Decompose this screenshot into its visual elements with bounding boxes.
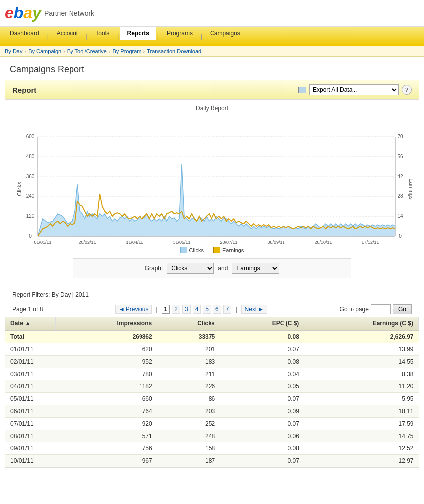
logo-e: e (5, 4, 14, 22)
subnav-transdownload[interactable]: Transaction Download (147, 48, 201, 54)
col-date[interactable]: Date ▲ (5, 317, 55, 330)
logo-y: y (32, 4, 41, 22)
graph-select-1[interactable]: Clicks Impressions Earnings EPC (167, 263, 214, 274)
cell-impressions: 967 (55, 455, 157, 467)
chart-container: Daily Report 0 120 240 360 480 600 Click… (5, 100, 419, 288)
table-body: Total 269862 33375 0.08 2,626.97 01/01/1… (5, 330, 419, 467)
cell-date: 03/01/11 (5, 368, 55, 380)
page-sep-2: | (235, 306, 237, 313)
nav-item-reports[interactable]: Reports (120, 27, 156, 46)
cell-earnings: 14.55 (304, 356, 419, 368)
cell-clicks: 187 (157, 455, 220, 467)
nav-sep-3: | (116, 27, 120, 46)
total-row: Total 269862 33375 0.08 2,626.97 (5, 330, 419, 343)
page-info: Page 1 of 8 (12, 306, 43, 313)
col-impressions[interactable]: Impressions (55, 317, 157, 330)
svg-text:240: 240 (26, 193, 35, 199)
cell-earnings: 5.95 (304, 393, 419, 405)
page-6[interactable]: 6 (213, 305, 221, 314)
svg-text:Earnings: Earnings (408, 178, 413, 200)
cell-clicks: 158 (157, 442, 220, 455)
graph-selector: Graph: Clicks Impressions Earnings EPC a… (73, 258, 351, 278)
logo-a: a (23, 4, 32, 22)
filters-text: Report Filters: By Day | 2011 (12, 291, 89, 298)
next-icon: ► (258, 306, 264, 313)
legend-clicks-label: Clicks (189, 247, 204, 253)
total-clicks: 33375 (157, 330, 220, 343)
sub-sep-3: › (109, 48, 111, 54)
cell-clicks: 211 (157, 368, 220, 380)
col-epc-label: EPC (C $) (272, 320, 299, 327)
graph-select-2[interactable]: Earnings Clicks Impressions EPC (232, 263, 279, 274)
svg-text:11/04/11: 11/04/11 (126, 240, 143, 244)
svg-text:120: 120 (26, 213, 35, 219)
page-1[interactable]: 1 (162, 305, 170, 314)
page-7[interactable]: 7 (223, 305, 232, 314)
page-3[interactable]: 3 (182, 305, 191, 314)
header: ebay Partner Network (0, 0, 424, 27)
nav-item-tools[interactable]: Tools (88, 27, 116, 46)
ebay-logo: ebay Partner Network (5, 4, 94, 22)
cell-earnings: 12.52 (304, 442, 419, 455)
nav-item-campaigns[interactable]: Campaigns (203, 27, 247, 46)
svg-text:600: 600 (26, 134, 35, 139)
subnav-bytoolcreative[interactable]: By Tool/Creative (67, 48, 107, 54)
nav-item-account[interactable]: Account (50, 27, 85, 46)
page-5[interactable]: 5 (203, 305, 211, 314)
export-select[interactable]: Export All Data... (309, 84, 399, 95)
cell-earnings: 14.75 (304, 430, 419, 442)
goto-go-button[interactable]: Go (393, 304, 412, 314)
col-clicks-label: Clicks (197, 320, 214, 327)
cell-epc: 0.07 (220, 418, 304, 430)
sub-sep-2: › (63, 48, 65, 54)
nav-sep-5: | (200, 27, 203, 46)
svg-text:08/09/11: 08/09/11 (267, 240, 284, 244)
svg-marker-32 (38, 164, 395, 236)
sub-nav: By Day › By Campaign › By Tool/Creative … (0, 46, 424, 57)
svg-text:17/12/11: 17/12/11 (361, 240, 379, 244)
subnav-bycampaign[interactable]: By Campaign (28, 48, 61, 54)
page-2[interactable]: 2 (172, 305, 180, 314)
legend-clicks-box (180, 247, 187, 253)
cell-earnings: 13.99 (304, 343, 419, 356)
svg-text:01/01/11: 01/01/11 (34, 240, 51, 244)
cell-earnings: 18.11 (304, 405, 419, 418)
sub-sep-1: › (24, 48, 26, 54)
help-button[interactable]: ? (402, 85, 412, 95)
nav-item-dashboard[interactable]: Dashboard (3, 27, 46, 46)
cell-date: 10/01/11 (5, 455, 55, 467)
legend-clicks: Clicks (180, 247, 204, 253)
cell-impressions: 660 (55, 393, 157, 405)
svg-text:360: 360 (26, 174, 35, 179)
col-earnings[interactable]: Earnings (C $) (304, 317, 419, 330)
page-4[interactable]: 4 (193, 305, 201, 314)
col-clicks[interactable]: Clicks (157, 317, 220, 330)
report-section: Report Export All Data... ? Daily Report… (5, 80, 419, 468)
nav-sep-4: | (156, 27, 160, 46)
cell-clicks: 252 (157, 418, 220, 430)
subnav-byday[interactable]: By Day (5, 48, 22, 54)
sub-sep-4: › (143, 48, 145, 54)
export-area: Export All Data... ? (298, 84, 412, 95)
data-table: Date ▲ Impressions Clicks EPC (C $) Earn… (5, 317, 419, 467)
logo-b: b (14, 4, 24, 22)
cell-impressions: 756 (55, 442, 157, 455)
cell-epc: 0.08 (220, 442, 304, 455)
nav-item-programs[interactable]: Programs (160, 27, 200, 46)
page-title: Campaigns Report (10, 64, 414, 75)
total-earnings: 2,626.97 (304, 330, 419, 343)
goto-page-input[interactable] (371, 304, 391, 314)
next-button[interactable]: Next ► (241, 305, 268, 314)
prev-label: Previous (126, 306, 149, 313)
cell-clicks: 86 (157, 393, 220, 405)
table-row: 03/01/11 780 211 0.04 8.38 (5, 368, 419, 380)
cell-earnings: 8.38 (304, 368, 419, 380)
prev-button[interactable]: ◄ Previous (115, 305, 152, 314)
table-row: 04/01/11 1182 226 0.05 11.20 (5, 380, 419, 393)
cell-date: 05/01/11 (5, 393, 55, 405)
subnav-byprogram[interactable]: By Program (112, 48, 141, 54)
col-epc[interactable]: EPC (C $) (220, 317, 304, 330)
goto-label: Go to page (340, 306, 369, 313)
table-row: 05/01/11 660 86 0.07 5.95 (5, 393, 419, 405)
total-impressions: 269862 (55, 330, 157, 343)
